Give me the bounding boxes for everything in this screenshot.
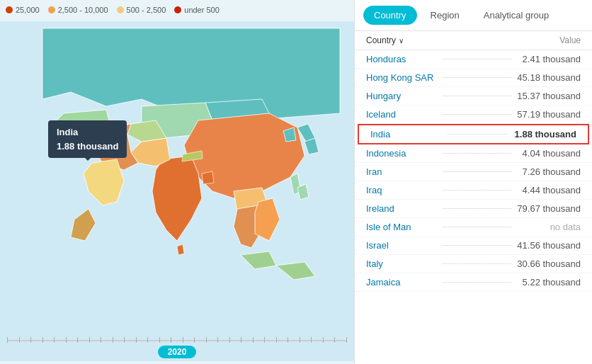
table-row[interactable]: Honduras2.41 thousand xyxy=(355,50,592,69)
timeline-tick xyxy=(229,337,230,343)
row-value: 45.18 thousand xyxy=(517,72,581,83)
table-row[interactable]: Iran7.26 thousand xyxy=(355,163,592,181)
row-value: 2.41 thousand xyxy=(517,54,581,64)
country-name: Indonesia xyxy=(366,148,437,159)
row-value: 5.22 thousand xyxy=(517,277,581,288)
timeline-tick xyxy=(124,337,125,343)
row-dots xyxy=(447,134,507,135)
timeline-tick xyxy=(159,337,160,343)
timeline-tick xyxy=(77,337,78,343)
column-country-label: Country xyxy=(366,35,396,45)
legend-label-under500: under 500 xyxy=(184,6,220,14)
row-value: 1.88 thousand xyxy=(513,129,576,140)
country-name: Hong Kong SAR xyxy=(366,72,437,83)
legend-dot-25000 xyxy=(6,6,13,13)
timeline-year-container: 2020 xyxy=(7,346,347,358)
legend-item-25000: 25,000 xyxy=(6,6,40,14)
timeline-tick xyxy=(206,337,207,343)
country-name: Italy xyxy=(366,258,437,269)
timeline-tick xyxy=(264,337,265,343)
legend-item-500-2500: 500 - 2,500 xyxy=(117,6,166,14)
table-body: Honduras2.41 thousandHong Kong SAR45.18 … xyxy=(355,50,592,364)
timeline-tick xyxy=(323,337,324,343)
row-value: 7.26 thousand xyxy=(517,166,581,177)
tab-country[interactable]: Country xyxy=(363,6,417,25)
right-panel: Country Region Analytical group Country … xyxy=(354,0,592,364)
country-name: Iraq xyxy=(366,185,437,195)
map-svg xyxy=(0,21,354,361)
timeline-tick xyxy=(136,337,137,343)
row-dots xyxy=(443,190,511,190)
row-dots xyxy=(443,153,511,154)
row-dots xyxy=(443,263,511,264)
row-dots xyxy=(443,171,511,172)
timeline-tick xyxy=(288,337,288,343)
timeline-tick xyxy=(346,337,347,343)
timeline-tick xyxy=(42,337,43,343)
timeline-tick xyxy=(311,337,312,343)
table-row[interactable]: Iraq4.44 thousand xyxy=(355,181,592,200)
table-row[interactable]: Jamaica5.22 thousand xyxy=(355,273,592,292)
timeline-tick xyxy=(30,337,31,343)
table-row[interactable]: Isle of Manno data xyxy=(355,218,592,237)
row-dots xyxy=(443,208,511,209)
row-dots xyxy=(443,282,511,283)
table-row[interactable]: Iceland57.19 thousand xyxy=(355,106,592,124)
column-header-country[interactable]: Country ∨ xyxy=(366,35,404,45)
legend-dot-under500 xyxy=(174,6,181,13)
row-value: no data xyxy=(517,222,581,232)
country-name: Hungary xyxy=(366,91,437,101)
timeline-tick xyxy=(113,337,113,343)
legend-label-500-2500: 500 - 2,500 xyxy=(127,6,166,14)
timeline-tick xyxy=(194,337,195,343)
timeline-tick xyxy=(171,337,171,343)
timeline-year-label[interactable]: 2020 xyxy=(158,346,197,358)
country-name: Israel xyxy=(366,240,437,251)
row-value: 4.04 thousand xyxy=(517,148,581,159)
table-row[interactable]: Israel41.56 thousand xyxy=(355,237,592,255)
timeline-tick xyxy=(54,337,55,343)
timeline-tick xyxy=(89,337,90,343)
row-dots xyxy=(443,245,511,246)
table-row[interactable]: Indonesia4.04 thousand xyxy=(355,144,592,163)
row-value: 57.19 thousand xyxy=(517,109,581,120)
country-name: Iran xyxy=(366,166,437,177)
table-row[interactable]: India1.88 thousand xyxy=(358,124,589,144)
chevron-down-icon: ∨ xyxy=(399,37,404,45)
row-value: 4.44 thousand xyxy=(517,185,581,195)
legend-dot-2500-10000 xyxy=(48,6,55,13)
country-name: Ireland xyxy=(366,203,437,214)
row-dots xyxy=(443,227,511,227)
timeline-tick xyxy=(217,337,218,343)
timeline-tick xyxy=(253,337,254,343)
column-value-label: Value xyxy=(559,35,581,45)
row-value: 30.66 thousand xyxy=(517,258,581,269)
main-container: 25,000 2,500 - 10,000 500 - 2,500 under … xyxy=(0,0,592,364)
timeline-tick xyxy=(147,337,148,343)
legend-label-25000: 25,000 xyxy=(16,6,40,14)
row-value: 41.56 thousand xyxy=(517,240,581,251)
tab-region[interactable]: Region xyxy=(420,6,470,25)
table-row[interactable]: Hong Kong SAR45.18 thousand xyxy=(355,69,592,87)
row-dots xyxy=(443,114,511,115)
timeline-tick xyxy=(334,337,335,343)
country-name: Iceland xyxy=(366,109,437,120)
legend-item-2500-10000: 2,500 - 10,000 xyxy=(48,6,108,14)
map-legend: 25,000 2,500 - 10,000 500 - 2,500 under … xyxy=(6,6,220,14)
timeline-tick xyxy=(19,337,20,343)
timeline-tick xyxy=(276,337,277,343)
tabs-row: Country Region Analytical group xyxy=(355,0,592,31)
tab-analytical-group[interactable]: Analytical group xyxy=(473,6,560,25)
row-dots xyxy=(443,59,511,59)
timeline-tick xyxy=(300,337,300,343)
table-row[interactable]: Italy30.66 thousand xyxy=(355,255,592,273)
timeline-ticks xyxy=(7,337,347,343)
timeline-tick xyxy=(183,337,183,343)
row-dots xyxy=(443,96,511,96)
timeline-tick xyxy=(241,337,241,343)
timeline-tick xyxy=(7,337,8,343)
timeline-container: 2020 xyxy=(7,340,347,358)
table-row[interactable]: Ireland79.67 thousand xyxy=(355,200,592,218)
timeline-line xyxy=(7,340,347,341)
table-row[interactable]: Hungary15.37 thousand xyxy=(355,87,592,106)
